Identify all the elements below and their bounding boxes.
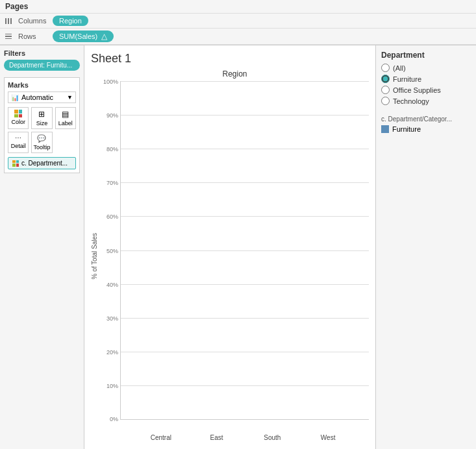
app-container: Pages Columns Region Rows SUM(Sales) △ [0, 0, 476, 449]
label-label: Label [58, 120, 73, 127]
marks-color-field[interactable]: c. Department... [8, 157, 76, 169]
rows-row: Rows SUM(Sales) △ [0, 29, 476, 45]
color-grid-icon [14, 110, 22, 117]
radio-office-supplies[interactable] [381, 86, 390, 94]
size-icon: ⊞ [38, 110, 45, 119]
legend-section: Department (All) Furniture Office Suppli… [381, 51, 471, 105]
color-legend-section: c. Department/Categor... Furniture [381, 115, 471, 133]
y-label-100: 100% [103, 79, 118, 85]
bar-chart-icon: 📊 [11, 94, 19, 101]
detail-icon: ⋯ [15, 134, 21, 141]
marks-section: Marks 📊 Automatic ▼ Color ⊞ [4, 77, 80, 173]
chart-title: Region [101, 69, 369, 79]
x-label-west: West [300, 434, 356, 441]
right-panel: Department (All) Furniture Office Suppli… [375, 45, 476, 449]
x-axis-labels: Central East South West [120, 433, 369, 443]
legend-option-technology[interactable]: Technology [381, 97, 471, 105]
pages-row: Pages [0, 0, 476, 14]
tooltip-label: Tooltip [33, 144, 50, 151]
radio-furniture[interactable] [381, 75, 390, 83]
marks-detail-button[interactable]: ⋯ Detail [8, 132, 29, 153]
marks-size-button[interactable]: ⊞ Size [31, 107, 52, 129]
rows-icon [5, 34, 12, 40]
columns-pill-text: Region [59, 17, 82, 25]
tooltip-icon: 💬 [37, 134, 46, 143]
marks-title: Marks [8, 81, 76, 89]
legend-color-box [381, 125, 389, 133]
marks-type-dropdown[interactable]: 📊 Automatic ▼ [8, 91, 76, 103]
legend-color-item-label: Furniture [392, 125, 421, 133]
y-label-20: 20% [106, 349, 118, 356]
y-label-80: 80% [106, 146, 118, 152]
y-label-10: 10% [106, 383, 118, 389]
color-field-label: c. Department... [21, 160, 68, 167]
legend-option-furniture[interactable]: Furniture [381, 75, 471, 83]
y-label-0: 0% [110, 416, 118, 422]
filters-title: Filters [4, 49, 80, 57]
rows-label: Rows [18, 32, 47, 40]
dropdown-arrow-icon: ▼ [67, 94, 73, 101]
color-dot-icon [12, 160, 19, 167]
legend-option-all[interactable]: (All) [381, 64, 471, 72]
marks-buttons-grid: Color ⊞ Size ▤ Label ⋯ Detail [8, 107, 76, 153]
marks-tooltip-button[interactable]: 💬 Tooltip [31, 132, 52, 153]
color-label: Color [11, 119, 25, 125]
y-label-40: 40% [106, 282, 118, 288]
y-label-30: 30% [106, 315, 118, 322]
chart-plot: 100% 90% 80% 70% [120, 81, 369, 420]
bars-container [121, 81, 369, 419]
chart-area: Sheet 1 % of Total Sales Region 100% 90% [84, 45, 375, 449]
marks-type-label: Automatic [21, 93, 64, 101]
color-legend-section-label: c. Department/Categor... [381, 115, 471, 123]
y-label-60: 60% [106, 213, 118, 220]
legend-option-office-supplies[interactable]: Office Supplies [381, 86, 471, 94]
rows-pill[interactable]: SUM(Sales) △ [53, 30, 114, 42]
y-label-50: 50% [106, 248, 118, 254]
legend-option-office-supplies-label: Office Supplies [393, 86, 441, 94]
pages-label: Pages [5, 2, 28, 11]
legend-option-technology-label: Technology [393, 97, 429, 105]
left-sidebar: Filters Department: Furnitu... Marks 📊 A… [0, 45, 84, 449]
top-rows: Pages Columns Region Rows SUM(Sales) △ [0, 0, 476, 45]
x-label-south: South [245, 434, 301, 441]
rows-delta-icon: △ [101, 32, 107, 41]
y-label-70: 70% [106, 180, 118, 186]
rows-pill-text: SUM(Sales) [59, 32, 97, 40]
radio-group: (All) Furniture Office Supplies Technolo… [381, 64, 471, 105]
marks-color-button[interactable]: Color [8, 107, 29, 129]
detail-label: Detail [11, 143, 26, 149]
columns-icon [5, 18, 12, 24]
main-layout: Filters Department: Furnitu... Marks 📊 A… [0, 45, 476, 449]
radio-technology[interactable] [381, 97, 390, 105]
y-label-90: 90% [106, 112, 118, 119]
legend-option-furniture-label: Furniture [393, 75, 421, 83]
radio-all[interactable] [381, 64, 390, 72]
x-label-east: East [189, 434, 245, 441]
columns-pill[interactable]: Region [53, 16, 88, 26]
marks-label-button[interactable]: ▤ Label [55, 107, 76, 129]
chart-wrapper: % of Total Sales Region 100% 90% [91, 69, 369, 443]
legend-color-item: Furniture [381, 125, 471, 133]
x-label-central: Central [133, 434, 189, 441]
y-axis-label: % of Total Sales [91, 233, 98, 280]
filters-section: Filters Department: Furnitu... [4, 49, 80, 71]
legend-title: Department [381, 51, 471, 60]
filter-pill[interactable]: Department: Furnitu... [4, 60, 80, 71]
legend-option-all-label: (All) [393, 64, 406, 72]
label-icon: ▤ [62, 110, 69, 119]
chart-inner: Region 100% 90% 80% [101, 69, 369, 443]
columns-label: Columns [18, 17, 47, 25]
size-label: Size [36, 120, 48, 127]
sheet-title: Sheet 1 [91, 52, 369, 66]
columns-row: Columns Region [0, 14, 476, 29]
